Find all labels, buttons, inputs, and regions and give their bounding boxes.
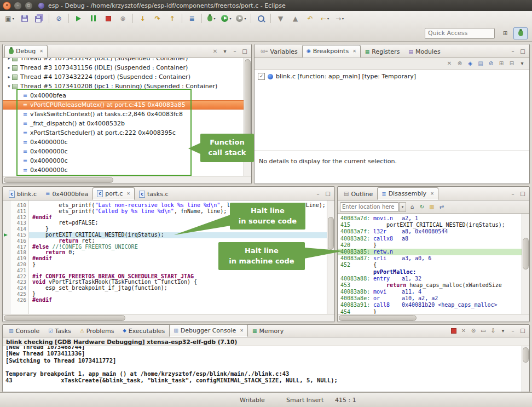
tab-modules[interactable]: ▤Modules xyxy=(404,45,444,58)
stack-frame-row[interactable]: ≡0x4000000c xyxy=(3,165,244,175)
view-menu-icon[interactable]: ▾ xyxy=(499,326,507,335)
resume-icon[interactable] xyxy=(72,13,85,25)
debug-thread-row[interactable]: ▸Thread #4 1073432224 (dport) (Suspended… xyxy=(3,72,244,82)
last-edit-location-icon[interactable]: ↶ xyxy=(303,13,317,25)
scrollbar-thumb[interactable] xyxy=(328,217,334,250)
disasm-sync-icon[interactable]: ⇄ xyxy=(437,203,446,211)
tab-debugger-console[interactable]: ▥Debugger Console✕ xyxy=(169,324,248,337)
scrollbar-thumb[interactable] xyxy=(523,347,529,363)
close-tab-icon[interactable]: ✕ xyxy=(126,191,130,196)
tab-outline[interactable]: ▤Outline xyxy=(339,188,377,200)
back-icon[interactable]: ←▾ xyxy=(318,13,332,25)
tab-disassembly[interactable]: ≣Disassembly✕ xyxy=(377,187,438,200)
remove-launch-icon[interactable]: ✕ xyxy=(459,326,468,335)
close-tab-icon[interactable]: ✕ xyxy=(430,191,434,196)
minimize-icon[interactable]: – xyxy=(508,47,517,56)
next-annotation-icon[interactable]: ▼ xyxy=(274,13,287,25)
scrollbar-thumb[interactable] xyxy=(4,315,125,321)
search-icon[interactable] xyxy=(254,13,268,25)
disasm-home-icon[interactable]: ⌂ xyxy=(408,203,417,211)
tab-port-c[interactable]: cport.c✕ xyxy=(92,187,135,200)
minimize-icon[interactable]: – xyxy=(508,326,517,335)
go-to-file-icon[interactable]: ▤ xyxy=(476,59,485,68)
disconnect-icon[interactable]: ⊗ xyxy=(116,13,130,25)
tab-problems[interactable]: ⚠Problems xyxy=(76,325,119,337)
minimize-icon[interactable]: – xyxy=(508,190,517,198)
remove-all-breakpoints-icon[interactable]: ⊗ xyxy=(455,59,464,68)
minimize-icon[interactable]: – xyxy=(314,190,322,198)
debug-thread-row[interactable]: ▾Thread #5 1073410208 (ipc1 : Running) (… xyxy=(3,82,244,91)
maximize-window-button[interactable]: ▫ xyxy=(25,2,33,10)
disassembly-listing[interactable]: 40083a7d:movi.na2, 1415 portEXIT_CRITICA… xyxy=(338,214,522,314)
new-wizard-icon[interactable]: ▣▾ xyxy=(3,13,16,25)
location-input[interactable] xyxy=(340,202,399,212)
debug-thread-row[interactable]: ▸Thread #2 1073435142 (IDLE) (Suspended … xyxy=(3,58,244,63)
terminate-icon[interactable] xyxy=(101,13,115,25)
maximize-icon[interactable]: □ xyxy=(518,326,527,335)
tab-breakpoints[interactable]: ◉Breakpoints✕ xyxy=(302,45,361,58)
console-output[interactable]: [New Thread 1073468744][New Thread 10734… xyxy=(3,346,522,392)
debug-perspective-button[interactable] xyxy=(513,27,528,39)
tab-0x4000bfea[interactable]: ≡0x4000bfea xyxy=(41,188,92,200)
tab-debug[interactable]: Debug✕ xyxy=(4,45,48,58)
instruction-stepping-icon[interactable]: ≣ xyxy=(185,13,199,25)
stack-frame-row[interactable]: ≡vTaskSwitchContext() at tasks.c:2,846 0… xyxy=(3,110,244,119)
step-return-icon[interactable]: ↑ xyxy=(165,13,179,25)
scroll-lock-icon[interactable]: ⇩ xyxy=(489,326,498,335)
tree-twisty-icon[interactable]: ▾ xyxy=(6,84,12,89)
editor-vertical-scrollbar[interactable] xyxy=(327,200,334,314)
close-tab-icon[interactable]: ✕ xyxy=(240,328,244,333)
editor-horizontal-scrollbar[interactable] xyxy=(3,314,334,322)
scrollbar-thumb[interactable] xyxy=(339,315,417,321)
tree-twisty-icon[interactable]: ▸ xyxy=(6,58,12,61)
forward-icon[interactable]: →▾ xyxy=(333,13,346,25)
scrollbar-thumb[interactable] xyxy=(523,238,529,270)
step-over-icon[interactable]: ↷ xyxy=(151,13,164,25)
console-vertical-scrollbar[interactable] xyxy=(522,346,529,392)
tab-variables[interactable]: (x)=Variables xyxy=(256,45,302,58)
previous-annotation-icon[interactable]: ▲ xyxy=(288,13,302,25)
debug-horizontal-scrollbar[interactable] xyxy=(3,176,251,184)
clear-console-icon[interactable]: ▭ xyxy=(479,326,488,335)
debug-icon[interactable]: ▾ xyxy=(205,13,218,25)
close-tab-icon[interactable]: ✕ xyxy=(39,49,43,54)
view-menu-icon[interactable]: ▾ xyxy=(221,47,229,56)
breakpoint-checkbox[interactable]: ✓ xyxy=(258,73,265,80)
location-dropdown-icon[interactable]: ▾ xyxy=(399,202,406,212)
save-all-icon[interactable] xyxy=(32,13,46,25)
remove-all-terminated-icon[interactable]: ✕ xyxy=(211,47,219,56)
tab-registers[interactable]: ▦Registers xyxy=(361,45,404,58)
skip-all-breakpoints-icon[interactable]: ⊘ xyxy=(487,59,495,68)
maximize-icon[interactable]: □ xyxy=(240,47,249,56)
quick-access-input[interactable] xyxy=(425,28,495,39)
tab-blink-c[interactable]: cblink.c xyxy=(4,188,41,200)
run-icon[interactable]: ▾ xyxy=(219,13,233,25)
suspend-icon[interactable] xyxy=(86,13,100,25)
disassembly-vertical-scrollbar[interactable] xyxy=(522,214,529,314)
disassembly-horizontal-scrollbar[interactable] xyxy=(338,314,529,322)
tab-console[interactable]: ▥Console xyxy=(4,325,44,337)
maximize-icon[interactable]: □ xyxy=(518,47,527,56)
tab-tasks[interactable]: ☑Tasks xyxy=(44,325,76,337)
tree-twisty-icon[interactable]: ▸ xyxy=(6,65,12,70)
stack-frame-row[interactable]: ≡vPortCPUReleaseMutex() at port.c:415 0x… xyxy=(3,100,244,110)
save-icon[interactable] xyxy=(18,13,31,25)
breakpoints-list[interactable]: ✓ blink.c [function: app_main] [type: Te… xyxy=(255,70,529,151)
step-into-icon[interactable]: ↓ xyxy=(136,13,149,25)
remove-all-launches-icon[interactable]: ⊗ xyxy=(469,326,478,335)
debug-thread-row[interactable]: ▸Thread #3 1073431156 (IDLE) (Suspended … xyxy=(3,63,244,72)
show-breakpoints-for-icon[interactable]: ◈ xyxy=(466,59,475,68)
stack-frame-row[interactable]: ≡_frxt_dispatch() at 0x4008532b xyxy=(3,119,244,128)
tab-tasks-c[interactable]: ctasks.c xyxy=(135,188,172,200)
open-perspective-button[interactable]: ⊞ xyxy=(498,27,512,39)
remove-breakpoint-icon[interactable]: ✕ xyxy=(445,59,454,68)
skip-all-breakpoints-icon[interactable]: ⊘ xyxy=(52,13,66,25)
tab-memory[interactable]: ▦Memory xyxy=(248,325,288,337)
collapse-all-icon[interactable]: ⊟ xyxy=(507,59,516,68)
breakpoint-item[interactable]: ✓ blink.c [function: app_main] [type: Te… xyxy=(255,73,529,80)
disasm-show-source-icon[interactable]: ▥ xyxy=(427,203,436,211)
maximize-icon[interactable]: □ xyxy=(518,190,527,198)
disasm-refresh-icon[interactable]: ↻ xyxy=(418,203,426,211)
tree-twisty-icon[interactable]: ▸ xyxy=(6,74,12,79)
close-window-button[interactable]: ✕ xyxy=(3,2,11,10)
